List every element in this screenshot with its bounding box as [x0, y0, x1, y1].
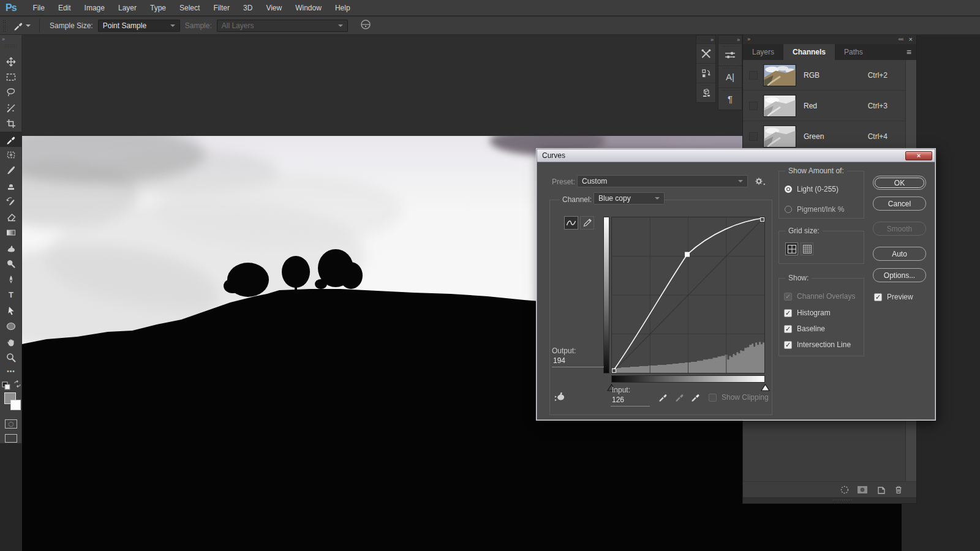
auto-button[interactable]: Auto	[873, 247, 926, 261]
menu-filter[interactable]: Filter	[206, 4, 236, 12]
menu-select[interactable]: Select	[173, 4, 206, 12]
new-channel-icon[interactable]	[876, 485, 886, 495]
preset-value: Custom	[582, 177, 607, 186]
panel-close-icon[interactable]: ×	[909, 36, 912, 43]
visibility-toggle[interactable]	[749, 71, 758, 80]
dock-tools-panel[interactable]	[696, 43, 715, 63]
dock-properties-panel[interactable]	[718, 43, 742, 66]
channel-dropdown[interactable]: Blue copy	[594, 192, 665, 204]
menu-type[interactable]: Type	[143, 4, 173, 12]
menu-file[interactable]: File	[26, 4, 51, 12]
save-selection-as-channel-icon[interactable]	[857, 485, 868, 495]
panel-collapse-icon[interactable]: ««	[899, 36, 903, 42]
visibility-toggle[interactable]	[749, 132, 758, 141]
magic-wand-tool[interactable]	[0, 100, 22, 116]
panel-menu-icon[interactable]: ≡	[907, 44, 911, 60]
white-point-eyedropper-icon[interactable]	[690, 392, 701, 402]
dock-a-expand[interactable]: »	[696, 36, 715, 43]
chevron-down-icon	[738, 180, 743, 182]
eyedropper-tool[interactable]	[0, 132, 22, 147]
highlight-input-slider[interactable]	[761, 384, 770, 391]
dock-3d-panel[interactable]	[696, 83, 715, 102]
light-radio[interactable]	[785, 186, 792, 193]
background-color-swatch[interactable]	[10, 400, 21, 410]
menu-help[interactable]: Help	[328, 4, 357, 12]
show-clipping-checkbox[interactable]	[709, 394, 717, 402]
gradient-tool[interactable]	[0, 225, 22, 240]
tab-paths[interactable]: Paths	[835, 44, 872, 60]
screen-mode-button[interactable]	[5, 434, 17, 443]
channel-row-green[interactable]: Green Ctrl+4	[743, 121, 906, 152]
preview-checkbox[interactable]: ✓	[874, 293, 882, 301]
options-button[interactable]: Options...	[873, 268, 926, 282]
dock-paragraph-panel[interactable]: ¶	[718, 88, 742, 110]
default-colors-icon[interactable]	[2, 381, 12, 390]
dock-character-panel[interactable]: A|	[718, 66, 742, 88]
zoom-tool[interactable]	[0, 350, 22, 365]
clone-stamp-tool[interactable]	[0, 178, 22, 193]
panel-resize-strip[interactable]	[743, 497, 916, 503]
crop-tool[interactable]	[0, 116, 22, 131]
tab-channels[interactable]: Channels	[783, 44, 835, 60]
curve-graph[interactable]	[611, 217, 765, 373]
toolbar-collapse[interactable]: »	[0, 35, 21, 43]
menu-layer[interactable]: Layer	[111, 4, 143, 12]
dock-history-panel[interactable]	[696, 63, 715, 83]
preset-dropdown[interactable]: Custom	[577, 175, 748, 187]
more-tools[interactable]: •••	[0, 365, 22, 377]
sample-size-dropdown[interactable]: Point Sample	[98, 20, 180, 32]
delete-channel-icon[interactable]	[894, 485, 903, 495]
dock-b-expand[interactable]: »	[718, 36, 742, 43]
healing-patch-tool[interactable]	[0, 147, 22, 162]
black-point-eyedropper-icon[interactable]	[658, 392, 668, 402]
visibility-toggle[interactable]	[749, 102, 758, 110]
move-tool[interactable]	[0, 54, 22, 69]
dialog-close-button[interactable]: ×	[905, 151, 932, 160]
fine-grid-button[interactable]	[801, 242, 813, 255]
pen-tool[interactable]	[0, 272, 22, 287]
output-value[interactable]: 194	[553, 356, 565, 365]
cancel-button[interactable]: Cancel	[873, 197, 926, 211]
options-grip[interactable]	[2, 20, 6, 32]
edit-points-mode-button[interactable]	[564, 216, 578, 230]
targeted-adjustment-icon[interactable]	[553, 392, 567, 404]
channel-row-red[interactable]: Red Ctrl+3	[743, 91, 906, 121]
ok-button[interactable]: OK	[873, 176, 926, 190]
menu-edit[interactable]: Edit	[51, 4, 78, 12]
path-selection-tool[interactable]	[0, 303, 22, 318]
sampling-ring-toggle[interactable]	[360, 19, 371, 32]
dialog-title-bar[interactable]: Curves	[537, 149, 935, 162]
quick-mask-button[interactable]	[5, 419, 17, 429]
channel-row-rgb[interactable]: RGB Ctrl+2	[743, 60, 906, 91]
gray-point-eyedropper-icon[interactable]	[674, 392, 685, 402]
rectangular-marquee-tool[interactable]	[0, 69, 22, 84]
lasso-tool[interactable]	[0, 84, 22, 100]
menu-view[interactable]: View	[259, 4, 288, 12]
smudge-tool[interactable]	[0, 241, 22, 256]
menu-image[interactable]: Image	[78, 4, 111, 12]
hand-tool[interactable]	[0, 334, 22, 350]
tab-layers[interactable]: Layers	[743, 44, 783, 60]
toolbar-grip[interactable]	[4, 44, 17, 48]
intersection-line-checkbox[interactable]: ✓	[784, 341, 792, 349]
quarter-grid-button[interactable]	[785, 242, 798, 255]
chevron-down-icon	[655, 197, 660, 200]
eraser-tool[interactable]	[0, 209, 22, 225]
preset-options-gear-icon[interactable]	[754, 176, 766, 187]
menu-3d[interactable]: 3D	[236, 4, 259, 12]
baseline-checkbox[interactable]: ✓	[784, 325, 792, 333]
swap-colors-icon[interactable]	[13, 380, 21, 388]
load-selection-icon[interactable]	[840, 485, 850, 495]
pigment-radio[interactable]	[785, 206, 792, 213]
ellipse-tool[interactable]	[0, 318, 22, 334]
dodge-tool[interactable]	[0, 256, 22, 271]
brush-tool[interactable]	[0, 162, 22, 178]
histogram-checkbox[interactable]: ✓	[784, 309, 792, 317]
history-brush-tool[interactable]	[0, 193, 22, 209]
input-value[interactable]: 126	[612, 395, 624, 404]
menu-window[interactable]: Window	[288, 4, 328, 12]
panel-expand-icon[interactable]: »	[743, 36, 750, 42]
type-tool[interactable]: T	[0, 287, 22, 302]
draw-curve-mode-button[interactable]	[580, 216, 594, 230]
eyedropper-tool-preset[interactable]	[9, 20, 34, 31]
